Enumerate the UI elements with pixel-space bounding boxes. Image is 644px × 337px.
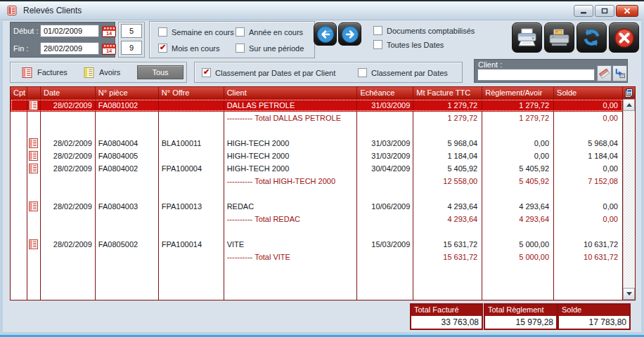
checkbox-box [236,27,245,37]
table-row[interactable]: 28/02/2009FA0801002DALLAS PETROLE31/03/2… [11,99,623,112]
cell-offre [159,263,224,300]
cell-mt: 15 631,72 [413,238,482,251]
cell-offre [159,124,224,137]
checkbox-semaine-en-cours[interactable]: Semaine en cours [158,27,234,37]
factures-icon [22,67,32,78]
cell-date [41,175,96,187]
spacer-row [11,124,623,137]
table-row[interactable]: 28/02/2009FA0804002FPA100004HIGH-TECH 20… [11,162,623,175]
cell-date [41,225,96,238]
cell-mt: 1 279,72 [413,112,482,124]
spacer-row [11,263,623,300]
checkbox-classement-dates-client[interactable]: Classement par Dates et par Client [202,68,335,77]
vertical-scrollbar[interactable] [623,87,635,300]
cell-reg: 4 293,64 [482,200,554,213]
print-button[interactable] [544,22,574,53]
cell-piece [96,187,159,200]
close-window-button[interactable] [616,5,638,17]
cell-solde [554,263,623,300]
cell-piece [96,112,159,124]
client-input[interactable] [477,69,595,81]
cell-reg: 1 279,72 [482,99,554,112]
table-properties-icon[interactable] [623,87,635,99]
cell-piece: FA0804003 [96,200,159,213]
arrow-right-icon [341,25,359,44]
table-row[interactable]: 28/02/2009FA0804003FPA100013REDAC10/06/2… [11,200,623,213]
column-header-icon[interactable] [27,87,41,99]
cell-offre [159,99,224,112]
column-header-cpt[interactable]: Cpt [11,87,27,99]
scrollbar-track[interactable] [623,111,635,288]
refresh-button[interactable] [577,22,607,53]
column-header-offre[interactable]: N° Offre [159,87,224,99]
avoirs-toggle[interactable]: Avoirs [99,68,120,77]
cell-client: VITE [224,238,358,251]
debut-label: Début : [13,27,40,35]
scroll-down-button[interactable] [623,288,635,300]
column-header-reglement[interactable]: Règlement/Avoir [482,87,554,99]
checkbox-annee-en-cours[interactable]: Année en cours [236,27,303,37]
maximize-button[interactable] [595,5,614,17]
cell-date: 28/02/2009 [41,238,96,251]
cell-reg: 5 000,00 [482,238,554,251]
cell-date: 28/02/2009 [41,200,96,213]
fin-date-input[interactable]: 28/02/2009 [40,42,99,55]
eraser-icon [598,67,610,79]
cell-offre [159,150,224,162]
cell-date [41,187,96,200]
checkbox-toutes-les-dates[interactable]: Toutes les Dates [373,40,444,49]
select-client-button[interactable] [612,65,627,81]
cell-ech: 31/03/2009 [357,150,413,162]
cell-client: HIGH-TECH 2000 [224,162,358,175]
app-document-icon [6,5,18,16]
calendar-icon-fin[interactable]: 14 [102,43,116,55]
table-row[interactable]: 28/02/2009FA0805002FPA100014VITE15/03/20… [11,238,623,251]
week-start-field[interactable]: 5 [121,24,142,38]
scroll-up-button[interactable] [623,99,635,111]
cell-mt: 1 184,04 [413,150,482,162]
tous-button[interactable]: Tous [137,65,183,79]
cell-reg: 4 293,64 [482,213,554,225]
titlebar[interactable]: Relevés Clients [0,1,644,20]
cell-ech: 30/04/2009 [357,162,413,175]
cell-reg: 0,00 [482,137,554,150]
factures-toggle[interactable]: Factures [37,68,67,77]
solde-value: 17 783,80 [559,316,629,329]
cell-client: HIGH-TECH 2000 [224,137,358,150]
cell-ico [27,263,41,300]
cell-solde: 7 152,08 [554,175,623,187]
cell-mt [413,124,482,137]
print-preview-button[interactable] [512,22,542,53]
total-row: ---------- Total REDAC4 293,644 293,640,… [11,213,623,225]
clear-client-button[interactable] [597,65,612,81]
calendar-icon-debut[interactable]: 14 [102,25,116,37]
previous-period-button[interactable] [314,22,337,46]
column-header-echeance[interactable]: Echéance [357,87,413,99]
table-row[interactable]: 28/02/2009FA0804005HIGH-TECH 200031/03/2… [11,150,623,162]
week-end-field[interactable]: 9 [121,41,142,55]
cell-piece [96,213,159,225]
cell-solde [554,124,623,137]
close-dialog-button[interactable] [609,22,639,53]
column-header-date[interactable]: Date [41,87,96,99]
invoice-doc-icon [27,238,41,251]
checkbox-mois-en-cours[interactable]: Mois en cours [158,44,219,53]
cell-cpt [11,112,27,124]
checkbox-sur-une-periode[interactable]: Sur une période [236,44,304,53]
cell-client [224,124,358,137]
checkbox-documents-comptabilises[interactable]: Documents comptabilisés [373,26,475,35]
column-header-mt-facture[interactable]: Mt Facture TTC [413,87,482,99]
column-header-solde[interactable]: Solde [554,87,623,99]
checkbox-box [236,44,245,53]
cell-offre [159,213,224,225]
next-period-button[interactable] [338,22,361,46]
maximize-icon [601,8,608,14]
debut-date-input[interactable]: 01/02/2009 [40,25,99,37]
cell-reg [482,225,554,238]
column-header-piece[interactable]: N° pièce [96,87,159,99]
cell-client: ---------- Total HIGH-TECH 2000 [224,175,358,187]
column-header-client[interactable]: Client [224,87,358,99]
minimize-button[interactable] [574,5,593,17]
checkbox-classement-dates[interactable]: Classement par Dates [358,68,448,77]
table-row[interactable]: 28/02/2009FA0804004BLA100011HIGH-TECH 20… [11,137,623,150]
